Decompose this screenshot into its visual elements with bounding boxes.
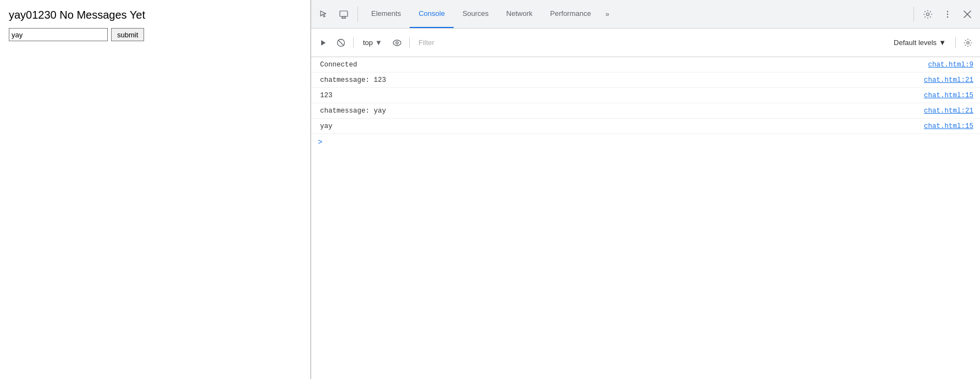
default-levels-arrow-icon: ▼ — [939, 38, 946, 47]
chat-form: submit — [9, 28, 301, 41]
submit-button[interactable]: submit — [111, 28, 144, 41]
web-page-panel: yay01230 No Messages Yet submit — [0, 0, 311, 379]
context-value: top — [363, 38, 373, 47]
clear-console-button[interactable] — [333, 35, 349, 51]
toolbar-sep-2 — [409, 37, 410, 48]
console-settings-button[interactable] — [960, 35, 976, 51]
console-row-text: chatmessage: yay — [320, 107, 386, 115]
console-toolbar: top ▼ Default levels ▼ — [311, 29, 980, 57]
tab-performance[interactable]: Performance — [541, 0, 599, 28]
svg-rect-0 — [340, 11, 348, 16]
console-row-link[interactable]: chat.html:21 — [924, 76, 973, 84]
context-selector[interactable]: top ▼ — [358, 36, 387, 49]
console-row-link[interactable]: chat.html:21 — [924, 107, 973, 115]
svg-point-12 — [393, 40, 401, 46]
toolbar-sep-3 — [955, 37, 956, 48]
topbar-separator — [357, 7, 358, 22]
filter-input[interactable] — [414, 36, 887, 49]
inspect-icon-button[interactable] — [315, 5, 333, 24]
console-play-button[interactable] — [316, 35, 331, 51]
tab-console[interactable]: Console — [410, 0, 454, 28]
devtools-topbar: Elements Console Sources Network Perform… — [311, 0, 980, 29]
console-row-text: Connected — [320, 61, 357, 69]
svg-point-13 — [396, 41, 398, 43]
more-options-button[interactable] — [938, 5, 957, 24]
close-devtools-button[interactable] — [958, 5, 977, 24]
console-row: 123 chat.html:15 — [311, 88, 980, 103]
console-prompt-arrow: > — [318, 137, 322, 146]
tab-network[interactable]: Network — [498, 0, 542, 28]
svg-line-11 — [338, 40, 344, 46]
message-input[interactable] — [9, 28, 108, 41]
svg-point-5 — [947, 13, 948, 14]
devtools-tabs: Elements Console Sources Network Perform… — [362, 0, 615, 28]
default-levels-label: Default levels — [894, 38, 937, 47]
console-row-text: 123 — [320, 92, 333, 99]
tab-sources[interactable]: Sources — [454, 0, 498, 28]
tab-elements[interactable]: Elements — [362, 0, 410, 28]
console-row-link[interactable]: chat.html:15 — [924, 122, 973, 130]
live-expressions-button[interactable] — [389, 35, 405, 51]
devtools-panel: Elements Console Sources Network Perform… — [311, 0, 980, 379]
console-row-link[interactable]: chat.html:9 — [928, 61, 973, 69]
devtools-actions — [910, 5, 977, 24]
page-title: yay01230 No Messages Yet — [9, 9, 301, 21]
console-row: chatmessage: 123 chat.html:21 — [311, 73, 980, 88]
console-prompt-row[interactable]: > — [311, 134, 980, 149]
toolbar-sep-1 — [353, 37, 354, 48]
console-row: chatmessage: yay chat.html:21 — [311, 103, 980, 119]
svg-point-6 — [947, 16, 948, 17]
svg-marker-9 — [321, 40, 326, 46]
console-output: Connected chat.html:9 chatmessage: 123 c… — [311, 57, 980, 379]
context-arrow-icon: ▼ — [375, 38, 382, 47]
console-row-link[interactable]: chat.html:15 — [924, 92, 973, 99]
svg-point-14 — [967, 41, 969, 43]
actions-separator — [913, 7, 914, 22]
svg-point-4 — [947, 10, 948, 12]
console-row-text: chatmessage: 123 — [320, 76, 386, 84]
console-row-text: yay — [320, 122, 333, 130]
settings-button[interactable] — [918, 5, 937, 24]
default-levels-selector[interactable]: Default levels ▼ — [889, 36, 951, 49]
console-row: Connected chat.html:9 — [311, 57, 980, 73]
more-tabs-button[interactable]: » — [600, 0, 615, 28]
device-toggle-button[interactable] — [334, 5, 353, 24]
console-row: yay chat.html:15 — [311, 119, 980, 134]
svg-point-3 — [927, 13, 929, 15]
